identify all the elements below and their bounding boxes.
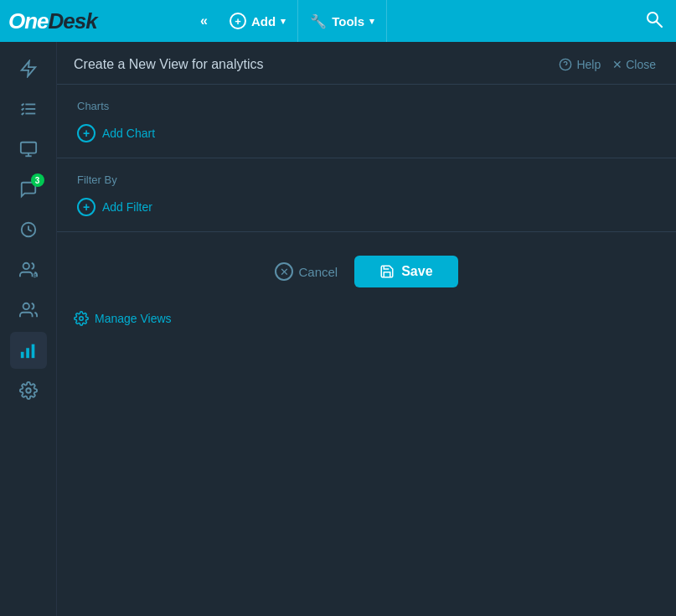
main-area: 3 $ xyxy=(0,42,676,616)
top-nav: OneDesk « + Add ▾ 🔧 Tools ▾ xyxy=(0,0,676,42)
sidebar-item-timers[interactable] xyxy=(10,211,47,248)
content-panel: Create a New View for analytics Help ✕ C… xyxy=(57,42,676,616)
svg-point-10 xyxy=(23,263,28,269)
sidebar-item-users[interactable] xyxy=(10,292,47,329)
cancel-label: Cancel xyxy=(298,265,338,279)
clock-icon xyxy=(19,220,38,239)
cancel-button[interactable]: ✕ Cancel xyxy=(275,262,338,281)
svg-rect-6 xyxy=(20,142,35,153)
svg-point-19 xyxy=(80,317,84,321)
panel-header-actions: Help ✕ Close xyxy=(559,58,656,71)
add-circle-icon: + xyxy=(230,13,246,29)
search-button[interactable] xyxy=(632,11,676,32)
sidebar: 3 $ xyxy=(0,42,57,616)
svg-point-12 xyxy=(23,303,28,309)
cancel-icon: ✕ xyxy=(275,262,293,281)
sidebar-item-messages[interactable]: 3 xyxy=(10,171,47,208)
manage-views-label: Manage Views xyxy=(95,312,172,325)
add-chart-icon: + xyxy=(77,124,95,142)
lightning-icon xyxy=(19,60,38,78)
add-filter-label: Add Filter xyxy=(102,200,152,214)
help-label: Help xyxy=(576,58,601,71)
svg-marker-2 xyxy=(21,61,35,76)
customers-icon: $ xyxy=(19,261,38,279)
help-icon xyxy=(559,58,572,71)
tools-label: Tools xyxy=(332,14,364,28)
search-icon xyxy=(646,11,663,28)
tools-icon: 🔧 xyxy=(310,13,327,29)
logo-area: OneDesk « xyxy=(0,8,218,34)
sidebar-item-settings[interactable] xyxy=(10,372,47,409)
settings-icon xyxy=(19,381,38,400)
save-icon xyxy=(379,264,395,279)
svg-rect-14 xyxy=(26,348,29,358)
sidebar-item-tasks[interactable] xyxy=(10,91,47,127)
logo-desk: Desk xyxy=(49,8,97,34)
close-x-icon: ✕ xyxy=(612,58,622,71)
add-button[interactable]: + Add ▾ xyxy=(218,0,298,42)
add-dropdown-icon: ▾ xyxy=(281,16,286,27)
close-button[interactable]: ✕ Close xyxy=(612,58,656,71)
collapse-button[interactable]: « xyxy=(200,13,208,28)
sidebar-item-dashboard[interactable] xyxy=(10,50,47,87)
sidebar-item-analytics[interactable] xyxy=(10,332,47,369)
add-filter-icon: + xyxy=(77,198,95,216)
svg-rect-13 xyxy=(20,352,23,358)
footer-actions: ✕ Cancel Save xyxy=(57,232,676,311)
add-filter-button[interactable]: + Add Filter xyxy=(77,198,656,216)
logo: OneDesk xyxy=(8,8,97,34)
analytics-icon xyxy=(19,341,38,360)
svg-point-0 xyxy=(648,13,658,23)
filter-label: Filter By xyxy=(77,173,656,186)
help-button[interactable]: Help xyxy=(559,58,601,71)
add-chart-label: Add Chart xyxy=(102,127,155,140)
messages-badge: 3 xyxy=(31,173,44,187)
close-label: Close xyxy=(626,58,656,71)
sidebar-item-customers[interactable]: $ xyxy=(10,251,47,288)
nav-actions: + Add ▾ 🔧 Tools ▾ xyxy=(218,0,676,42)
sidebar-item-monitor[interactable] xyxy=(10,131,47,168)
manage-views-area: Manage Views xyxy=(57,311,676,343)
panel-title: Create a New View for analytics xyxy=(74,57,263,72)
save-button[interactable]: Save xyxy=(354,256,457,287)
svg-point-16 xyxy=(26,388,31,393)
svg-line-1 xyxy=(657,22,662,27)
save-label: Save xyxy=(401,264,432,279)
tools-dropdown-icon: ▾ xyxy=(369,16,374,27)
tools-button[interactable]: 🔧 Tools ▾ xyxy=(298,0,387,42)
panel-body: Charts + Add Chart Filter By + Add Filte… xyxy=(57,85,676,616)
add-chart-button[interactable]: + Add Chart xyxy=(77,124,656,142)
add-label: Add xyxy=(251,14,276,28)
svg-text:$: $ xyxy=(33,272,36,279)
logo-one: One xyxy=(8,8,49,34)
monitor-icon xyxy=(19,140,38,158)
manage-views-button[interactable]: Manage Views xyxy=(74,311,659,326)
users-icon xyxy=(19,301,38,319)
panel-header: Create a New View for analytics Help ✕ C… xyxy=(57,42,676,85)
charts-section: Charts + Add Chart xyxy=(57,85,676,158)
filter-section: Filter By + Add Filter xyxy=(57,158,676,232)
svg-rect-15 xyxy=(31,344,34,359)
tasks-icon xyxy=(19,100,38,118)
charts-label: Charts xyxy=(77,100,656,112)
manage-views-gear-icon xyxy=(74,311,89,326)
